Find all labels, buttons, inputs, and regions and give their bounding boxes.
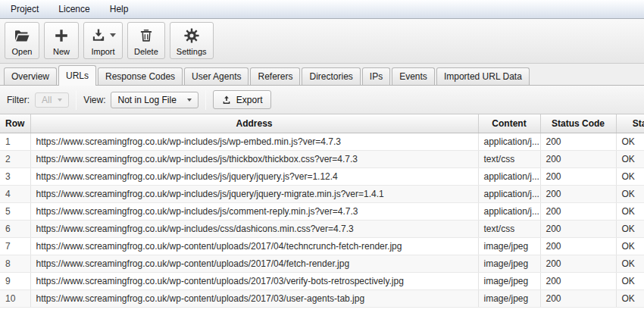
column-header-content[interactable]: Content: [478, 114, 540, 133]
settings-button[interactable]: Settings: [170, 22, 214, 59]
cell-row: 2: [0, 150, 30, 167]
table-row[interactable]: 5 https://www.screamingfrog.co.uk/wp-inc…: [0, 202, 644, 220]
tab-label: Directories: [309, 71, 352, 82]
cell-status: OK: [616, 202, 644, 220]
cell-address: https://www.screamingfrog.co.uk/wp-conte…: [30, 272, 478, 289]
new-button-label: New: [53, 47, 70, 56]
tab-label: Referers: [258, 71, 292, 82]
chevron-down-icon: [187, 99, 192, 102]
tab-directories[interactable]: Directories: [302, 67, 360, 85]
tab-label: IPs: [370, 71, 383, 82]
cell-content: image/jpeg: [478, 272, 540, 289]
table-row[interactable]: 6 https://www.screamingfrog.co.uk/wp-inc…: [0, 220, 644, 237]
tab-ips[interactable]: IPs: [362, 67, 390, 85]
export-button[interactable]: Export: [213, 90, 271, 109]
column-header-address[interactable]: Address: [30, 114, 478, 133]
cell-content: application/j...: [478, 167, 540, 185]
cell-status-code: 200: [540, 167, 616, 185]
table-row[interactable]: 7 https://www.screamingfrog.co.uk/wp-con…: [0, 237, 644, 255]
tab-label: Overview: [11, 71, 49, 82]
menu-item-project[interactable]: Project: [9, 0, 40, 18]
cell-row: 4: [0, 185, 30, 202]
cell-row: 9: [0, 272, 30, 289]
table-row[interactable]: 9 https://www.screamingfrog.co.uk/wp-con…: [0, 272, 644, 289]
url-table: Row Address Content Status Code Status 1…: [0, 114, 644, 308]
menu-item-licence[interactable]: Licence: [57, 0, 91, 18]
cell-content: text/css: [478, 150, 540, 167]
delete-button[interactable]: Delete: [127, 22, 165, 59]
cell-row: 6: [0, 220, 30, 237]
cell-status-code: 200: [540, 185, 616, 202]
new-button[interactable]: New: [44, 22, 79, 59]
log-file-analyser-window: ProjectLicenceHelp Open New: [0, 0, 644, 316]
cell-content: image/jpeg: [478, 289, 540, 307]
view-label: View:: [83, 95, 105, 105]
tab-bar: Overview URLs Response Codes User Agents…: [0, 64, 644, 86]
column-header-status[interactable]: Status: [616, 114, 644, 133]
tab-urls[interactable]: URLs: [58, 65, 96, 86]
column-header-status-code[interactable]: Status Code: [540, 114, 616, 133]
view-dropdown-value: Not in Log File: [117, 95, 176, 105]
export-upload-icon: [221, 95, 232, 105]
tab-label: Imported URL Data: [444, 71, 522, 82]
import-download-icon: [90, 26, 116, 45]
toolbar: Open New Import: [0, 19, 644, 64]
cell-status-code: 200: [540, 237, 616, 255]
column-header-label: Content: [492, 118, 526, 129]
tab-label: User Agents: [192, 71, 241, 82]
open-button[interactable]: Open: [5, 22, 39, 59]
separator: [76, 90, 77, 110]
tab-referers[interactable]: Referers: [250, 67, 300, 85]
cell-status: OK: [616, 133, 644, 150]
menu-bar: ProjectLicenceHelp: [0, 0, 644, 19]
table-row[interactable]: 2 https://www.screamingfrog.co.uk/wp-inc…: [0, 150, 644, 167]
filter-bar: Filter: All View: Not in Log File Export: [0, 86, 644, 114]
cell-content: application/j...: [478, 133, 540, 150]
cell-row: 1: [0, 133, 30, 150]
filter-dropdown-value: All: [42, 95, 52, 105]
tab-response-codes[interactable]: Response Codes: [98, 67, 183, 85]
table-body: 1 https://www.screamingfrog.co.uk/wp-inc…: [0, 133, 644, 307]
cell-status-code: 200: [540, 255, 616, 272]
tab-label: Response Codes: [105, 71, 175, 82]
tab-overview[interactable]: Overview: [4, 67, 57, 85]
cell-status: OK: [616, 220, 644, 237]
chevron-down-icon: [58, 99, 62, 102]
column-header-row[interactable]: Row: [0, 114, 30, 133]
gear-icon: [183, 26, 200, 45]
table-header-row: Row Address Content Status Code Status: [0, 114, 644, 133]
tab-imported-url-data[interactable]: Imported URL Data: [436, 67, 530, 85]
cell-address: https://www.screamingfrog.co.uk/wp-inclu…: [30, 167, 478, 185]
chevron-down-icon: [110, 33, 116, 37]
cell-status: OK: [616, 289, 644, 307]
cell-row: 10: [0, 289, 30, 307]
tab-user-agents[interactable]: User Agents: [184, 67, 249, 85]
import-button-label: Import: [91, 47, 114, 56]
cell-status: OK: [616, 150, 644, 167]
cell-status-code: 200: [540, 220, 616, 237]
column-header-label: Status: [633, 118, 644, 129]
cell-status: OK: [616, 255, 644, 272]
table-row[interactable]: 1 https://www.screamingfrog.co.uk/wp-inc…: [0, 133, 644, 150]
cell-status-code: 200: [540, 133, 616, 150]
menu-item-help[interactable]: Help: [108, 0, 130, 18]
cell-content: application/j...: [478, 185, 540, 202]
tab-label: Events: [399, 71, 427, 82]
cell-content: image/jpeg: [478, 255, 540, 272]
tab-events[interactable]: Events: [392, 67, 435, 85]
table-row[interactable]: 3 https://www.screamingfrog.co.uk/wp-inc…: [0, 167, 644, 185]
table-row[interactable]: 10 https://www.screamingfrog.co.uk/wp-co…: [0, 289, 644, 307]
cell-row: 8: [0, 255, 30, 272]
table-row[interactable]: 8 https://www.screamingfrog.co.uk/wp-con…: [0, 255, 644, 272]
import-button[interactable]: Import: [83, 22, 123, 59]
delete-button-label: Delete: [134, 47, 158, 56]
export-button-label: Export: [236, 95, 263, 105]
open-folder-icon: [13, 26, 31, 45]
cell-address: https://www.screamingfrog.co.uk/wp-inclu…: [30, 185, 478, 202]
cell-address: https://www.screamingfrog.co.uk/wp-inclu…: [30, 220, 478, 237]
cell-row: 5: [0, 202, 30, 220]
cell-address: https://www.screamingfrog.co.uk/wp-inclu…: [30, 133, 478, 150]
table-row[interactable]: 4 https://www.screamingfrog.co.uk/wp-inc…: [0, 185, 644, 202]
tab-label: URLs: [66, 70, 89, 81]
view-dropdown[interactable]: Not in Log File: [111, 92, 198, 108]
